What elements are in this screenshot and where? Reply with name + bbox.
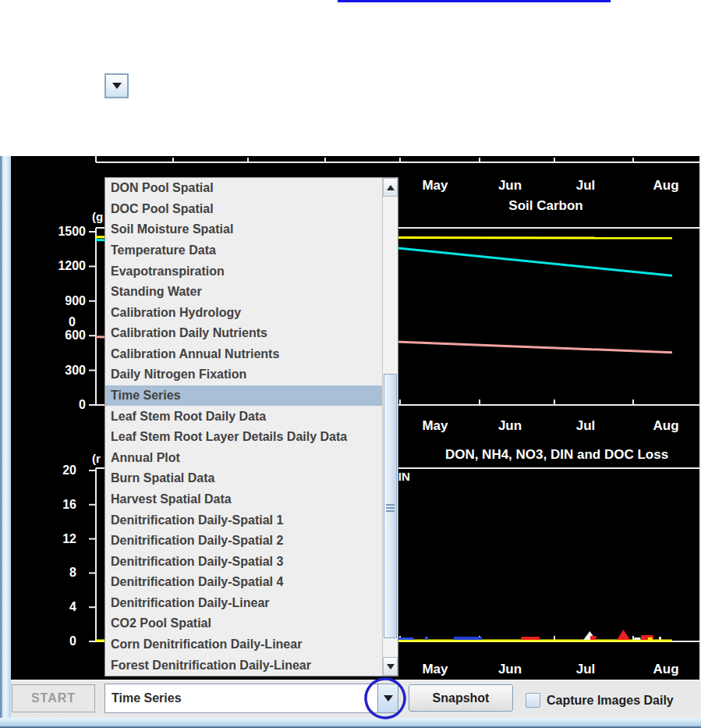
scrollbar-up-button[interactable] [383, 178, 398, 197]
popup-item[interactable]: Corn Denitrification Daily-Linear [105, 634, 382, 655]
loss-chart-title: DON, NH4, NO3, DIN and DOC Loss [405, 447, 701, 463]
popup-item[interactable]: Denitrification Daily-Spatial 3 [105, 551, 382, 572]
window-left-border [0, 156, 11, 728]
popup-item[interactable]: Time Series [105, 385, 382, 407]
popup-item[interactable]: Standing Water [105, 282, 382, 303]
popup-item[interactable]: Calibration Hydrology [105, 302, 382, 323]
popup-scrollbar [382, 178, 398, 676]
plot-type-dropdown-popup: DON Pool SpatialDOC Pool SpatialSoil Moi… [104, 177, 398, 677]
y-tick-label: 0 [22, 634, 76, 648]
loss-chart-ylabel-partial: (r [92, 452, 101, 465]
month-label: Jul [562, 418, 609, 434]
arrow-down-icon [387, 664, 395, 669]
month-label: May [412, 418, 458, 434]
month-label: Jun [487, 418, 533, 434]
popup-item[interactable]: Calibration Daily Nutrients [105, 323, 382, 344]
y-tick-label: 300 [31, 364, 86, 378]
month-label: Aug [643, 178, 689, 194]
combobox-arrow-button[interactable] [377, 684, 398, 712]
snapshot-button[interactable]: Snapshot [409, 684, 513, 712]
combobox-value: Time Series [105, 691, 377, 705]
link-underline[interactable] [338, 0, 611, 2]
popup-item[interactable]: Denitrification Daily-Spatial 1 [105, 510, 382, 531]
y-tick-label: 900 [31, 294, 86, 308]
popup-item[interactable]: Denitrification Daily-Spatial 2 [105, 531, 382, 552]
soil-carbon-ylabel-partial: (g [92, 210, 103, 223]
popup-item[interactable]: Harvest Spatial Data [105, 489, 382, 510]
popup-item[interactable]: Burn Spatial Data [105, 468, 382, 489]
y-tick-label: 4 [22, 600, 76, 614]
soil-carbon-title: Soil Carbon [421, 198, 671, 214]
popup-item[interactable]: DON Pool Spatial [105, 178, 382, 199]
popup-item[interactable]: Leaf Stem Root Daily Data [105, 406, 382, 427]
y-tick-label: 1200 [31, 259, 86, 273]
popup-item[interactable]: Forest Denitrification Daily-Linear [105, 655, 382, 676]
scrollbar-down-button[interactable] [383, 657, 398, 676]
chevron-down-icon [112, 83, 122, 89]
y-tick-label: 0 [31, 398, 86, 412]
month-label: Jul [562, 662, 609, 677]
chevron-down-icon [384, 695, 393, 701]
y-tick-label: 16 [22, 498, 76, 512]
popup-item[interactable]: Denitrification Daily-Linear [105, 593, 382, 614]
y-tick-label: 12 [22, 532, 76, 546]
plot-type-combobox[interactable]: Time Series [104, 684, 398, 713]
popup-item[interactable]: Annual Plot [105, 448, 382, 469]
collapsed-dropdown-button[interactable] [104, 73, 129, 98]
popup-item[interactable]: CO2 Pool Spatial [105, 613, 382, 634]
popup-item[interactable]: DOC Pool Spatial [105, 199, 382, 220]
month-label: Jul [562, 178, 609, 194]
popup-item[interactable]: Denitrification Daily-Spatial 4 [105, 572, 382, 593]
scrollbar-grip-icon [386, 504, 395, 506]
popup-item[interactable]: Daily Nitrogen Fixation [105, 364, 382, 385]
capture-daily-label: Capture Images Daily [547, 693, 674, 708]
scrollbar-thumb[interactable] [384, 374, 397, 638]
window-bottom-border [0, 718, 701, 728]
popup-item[interactable]: Soil Moisture Spatial [105, 219, 382, 240]
popup-item[interactable]: Leaf Stem Root Layer Details Daily Data [105, 427, 382, 448]
popup-item[interactable]: Temperature Data [105, 240, 382, 261]
plot-type-list: DON Pool SpatialDOC Pool SpatialSoil Moi… [105, 178, 382, 676]
month-label: Jun [487, 662, 533, 677]
y-tick-label: 600 [31, 328, 86, 343]
month-label: Aug [643, 662, 689, 677]
top-axis-zero-label: 0 [44, 315, 76, 329]
y-tick-label: 1500 [31, 225, 86, 239]
start-button[interactable]: START [12, 684, 95, 712]
app-screen: { "colors": { "panel_bg": "#000000", "se… [0, 0, 701, 728]
month-label: Aug [643, 418, 689, 434]
popup-item[interactable]: Calibration Annual Nutrients [105, 344, 382, 365]
y-tick-label: 20 [22, 463, 76, 478]
month-label: May [412, 662, 458, 677]
arrow-up-icon [387, 185, 395, 190]
popup-item[interactable]: Evapotranspiration [105, 261, 382, 282]
month-label: May [412, 178, 458, 194]
y-tick-label: 8 [22, 566, 76, 580]
month-label: Jun [487, 178, 533, 194]
capture-daily-checkbox[interactable] [526, 693, 540, 708]
